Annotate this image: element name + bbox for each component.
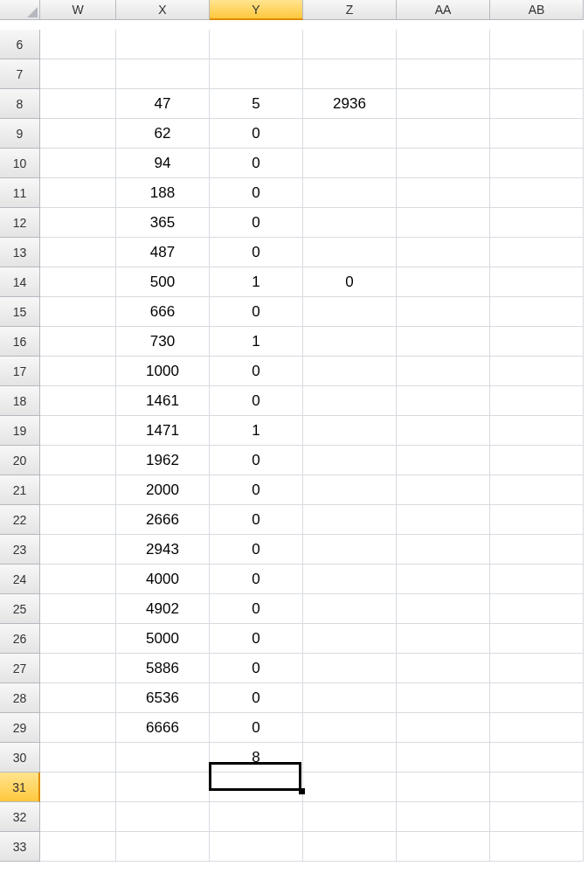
cell-W7[interactable] — [40, 59, 116, 89]
cell-X25[interactable]: 4902 — [116, 594, 210, 624]
cell-AA23[interactable] — [397, 535, 490, 565]
cell-W20[interactable] — [40, 446, 116, 475]
row-header-15[interactable]: 15 — [0, 297, 40, 327]
row-header-14[interactable]: 14 — [0, 267, 40, 297]
cell-Z14[interactable]: 0 — [303, 267, 397, 297]
cell-Z33[interactable] — [303, 832, 397, 862]
cell-W6[interactable] — [40, 30, 116, 59]
cell-AB26[interactable] — [490, 624, 584, 654]
cell-X10[interactable]: 94 — [116, 149, 210, 178]
row-header-7[interactable]: 7 — [0, 59, 40, 89]
cell-AA19[interactable] — [397, 416, 490, 446]
cell-AA16[interactable] — [397, 327, 490, 357]
cell-W28[interactable] — [40, 683, 116, 713]
row-header-9[interactable]: 9 — [0, 119, 40, 149]
cell-W25[interactable] — [40, 594, 116, 624]
cell-Y26[interactable]: 0 — [210, 624, 303, 654]
cell-Z26[interactable] — [303, 624, 397, 654]
cell-W12[interactable] — [40, 208, 116, 238]
cell-Z28[interactable] — [303, 683, 397, 713]
cell-AB17[interactable] — [490, 357, 584, 386]
fill-handle[interactable] — [299, 788, 305, 794]
cell-W33[interactable] — [40, 832, 116, 862]
row-header-19[interactable]: 19 — [0, 416, 40, 446]
row-header-13[interactable]: 13 — [0, 238, 40, 267]
cell-AB24[interactable] — [490, 565, 584, 594]
cell-X15[interactable]: 666 — [116, 297, 210, 327]
cell-Y12[interactable]: 0 — [210, 208, 303, 238]
cell-AB7[interactable] — [490, 59, 584, 89]
cell-W17[interactable] — [40, 357, 116, 386]
cell-X32[interactable] — [116, 802, 210, 832]
cell-Y22[interactable]: 0 — [210, 505, 303, 535]
cell-X27[interactable]: 5886 — [116, 654, 210, 683]
cell-AB32[interactable] — [490, 802, 584, 832]
cell-Z6[interactable] — [303, 30, 397, 59]
column-header-AA[interactable]: AA — [397, 0, 490, 20]
cell-AA31[interactable] — [397, 773, 490, 802]
cell-Y7[interactable] — [210, 59, 303, 89]
cell-Y30[interactable]: 8 — [210, 743, 303, 773]
cell-Z7[interactable] — [303, 59, 397, 89]
cell-AA10[interactable] — [397, 149, 490, 178]
cell-X13[interactable]: 487 — [116, 238, 210, 267]
cell-Z20[interactable] — [303, 446, 397, 475]
cell-AB20[interactable] — [490, 446, 584, 475]
row-header-8[interactable]: 8 — [0, 89, 40, 119]
cell-AB29[interactable] — [490, 713, 584, 743]
column-header-Z[interactable]: Z — [303, 0, 397, 20]
cell-W8[interactable] — [40, 89, 116, 119]
cell-AA7[interactable] — [397, 59, 490, 89]
cell-X18[interactable]: 1461 — [116, 386, 210, 416]
cell-AA24[interactable] — [397, 565, 490, 594]
cell-X28[interactable]: 6536 — [116, 683, 210, 713]
cell-AA32[interactable] — [397, 802, 490, 832]
cell-W29[interactable] — [40, 713, 116, 743]
cell-Z27[interactable] — [303, 654, 397, 683]
cell-Y24[interactable]: 0 — [210, 565, 303, 594]
cell-AA25[interactable] — [397, 594, 490, 624]
cell-AA12[interactable] — [397, 208, 490, 238]
cell-W15[interactable] — [40, 297, 116, 327]
row-header-10[interactable]: 10 — [0, 149, 40, 178]
row-header-21[interactable]: 21 — [0, 475, 40, 505]
row-header-22[interactable]: 22 — [0, 505, 40, 535]
row-header-16[interactable]: 16 — [0, 327, 40, 357]
cell-Y33[interactable] — [210, 832, 303, 862]
cell-Z22[interactable] — [303, 505, 397, 535]
cell-X14[interactable]: 500 — [116, 267, 210, 297]
row-header-30[interactable]: 30 — [0, 743, 40, 773]
cell-X30[interactable] — [116, 743, 210, 773]
cell-AB25[interactable] — [490, 594, 584, 624]
cell-AA6[interactable] — [397, 30, 490, 59]
cell-AA15[interactable] — [397, 297, 490, 327]
cell-W24[interactable] — [40, 565, 116, 594]
cell-W11[interactable] — [40, 178, 116, 208]
cell-AB6[interactable] — [490, 30, 584, 59]
cell-AA18[interactable] — [397, 386, 490, 416]
cell-AB27[interactable] — [490, 654, 584, 683]
cell-Z24[interactable] — [303, 565, 397, 594]
cell-X21[interactable]: 2000 — [116, 475, 210, 505]
cell-X24[interactable]: 4000 — [116, 565, 210, 594]
cell-AA13[interactable] — [397, 238, 490, 267]
cell-Y25[interactable]: 0 — [210, 594, 303, 624]
cell-Z30[interactable] — [303, 743, 397, 773]
row-header-18[interactable]: 18 — [0, 386, 40, 416]
cell-AB8[interactable] — [490, 89, 584, 119]
cell-Z8[interactable]: 2936 — [303, 89, 397, 119]
column-header-AB[interactable]: AB — [490, 0, 584, 20]
cell-W9[interactable] — [40, 119, 116, 149]
cell-Y15[interactable]: 0 — [210, 297, 303, 327]
cell-Y31[interactable] — [210, 773, 303, 802]
cell-AB28[interactable] — [490, 683, 584, 713]
cell-Z29[interactable] — [303, 713, 397, 743]
row-header-23[interactable]: 23 — [0, 535, 40, 565]
row-header-27[interactable]: 27 — [0, 654, 40, 683]
cell-X8[interactable]: 47 — [116, 89, 210, 119]
cell-Y18[interactable]: 0 — [210, 386, 303, 416]
cell-W31[interactable] — [40, 773, 116, 802]
cell-W13[interactable] — [40, 238, 116, 267]
cell-X20[interactable]: 1962 — [116, 446, 210, 475]
cell-AA21[interactable] — [397, 475, 490, 505]
